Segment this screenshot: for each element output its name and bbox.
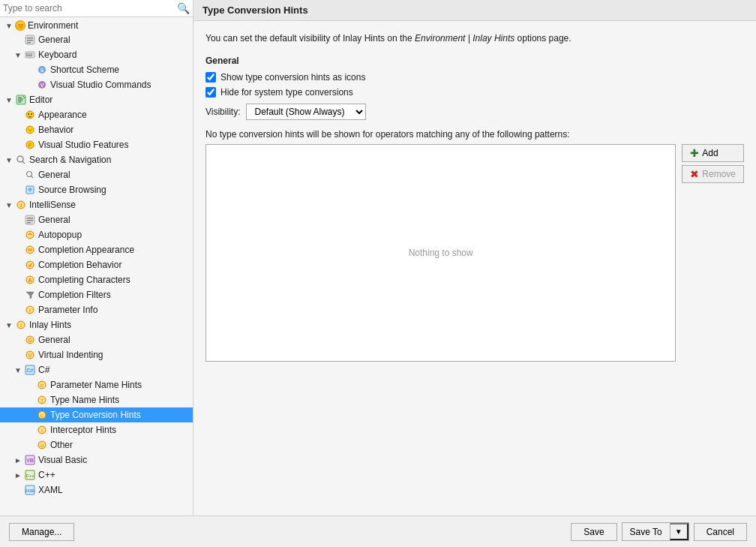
- sidebar-item-visual-basic[interactable]: ► VB Visual Basic: [0, 452, 193, 467]
- patterns-buttons: ✚ Add ✖ Remove: [682, 144, 744, 362]
- completion-behavior-icon: [24, 259, 36, 271]
- sidebar-item-csharp[interactable]: ▼ C# C#: [0, 362, 193, 377]
- sidebar-item-general-intellisense[interactable]: General: [0, 212, 193, 227]
- svg-rect-7: [31, 53, 32, 55]
- save-to-button[interactable]: Save To ▼: [622, 522, 689, 541]
- search-icon: 🔍: [177, 2, 190, 14]
- toggle-icon: ▼: [3, 96, 15, 104]
- sidebar-item-label: Completing Characters: [38, 275, 130, 285]
- completion-filters-icon: [24, 289, 36, 301]
- sidebar-item-label: Appearance: [38, 110, 87, 120]
- sidebar-item-label: Parameter Name Hints: [50, 380, 142, 390]
- sidebar-item-completing-characters[interactable]: A Completing Characters: [0, 272, 193, 287]
- svg-text:C: C: [40, 413, 44, 418]
- svg-rect-2: [27, 40, 33, 41]
- sidebar-item-label: Completion Appearance: [38, 245, 134, 255]
- sidebar-item-shortcut-scheme[interactable]: S Shortcut Scheme: [0, 62, 193, 77]
- add-button[interactable]: ✚ Add: [682, 144, 744, 162]
- sidebar-item-label: Type Conversion Hints: [50, 410, 141, 420]
- sidebar-item-label: Keyboard: [38, 50, 76, 60]
- add-label: Add: [702, 148, 718, 158]
- checkbox-show-icons[interactable]: [206, 72, 216, 83]
- sidebar-item-general-inlay[interactable]: G General: [0, 332, 193, 347]
- sidebar-item-search-nav[interactable]: ▼ Search & Navigation: [0, 152, 193, 167]
- interceptor-hints-icon: I: [36, 424, 48, 436]
- save-to-dropdown-arrow[interactable]: ▼: [670, 523, 688, 540]
- sidebar-item-source-browsing[interactable]: Source Browsing: [0, 182, 193, 197]
- sidebar-item-interceptor-hints[interactable]: I Interceptor Hints: [0, 422, 193, 437]
- sidebar-item-intellisense[interactable]: ▼ i IntelliSense: [0, 197, 193, 212]
- sidebar-item-other[interactable]: O Other: [0, 437, 193, 452]
- autopopup-icon: [24, 229, 36, 241]
- search-nav-icon: [15, 154, 27, 166]
- sidebar-item-keyboard[interactable]: ▼ Keyboard: [0, 47, 193, 62]
- toggle-icon: ▼: [3, 201, 15, 209]
- sidebar-item-label: Visual Studio Features: [38, 140, 129, 150]
- svg-text:C++: C++: [26, 473, 34, 478]
- desc-link[interactable]: Environment | Inlay Hints: [415, 33, 514, 44]
- sidebar-item-completion-appearance[interactable]: Completion Appearance: [0, 242, 193, 257]
- sidebar-item-appearance[interactable]: Appearance: [0, 107, 193, 122]
- svg-text:P: P: [40, 383, 44, 388]
- vs-features-icon: F: [24, 139, 36, 151]
- checkbox-label-2: Hide for system type conversions: [220, 87, 353, 98]
- inlay-general-icon: G: [24, 334, 36, 346]
- tree: ▼ 🌞 Environment General ▼ Keyboard S: [0, 17, 193, 515]
- sidebar-item-type-conversion-hints[interactable]: C Type Conversion Hints: [0, 407, 193, 422]
- svg-rect-34: [28, 248, 32, 251]
- sidebar-item-completion-filters[interactable]: Completion Filters: [0, 287, 193, 302]
- svg-text:V: V: [28, 353, 32, 358]
- sidebar-item-parameter-info[interactable]: i Parameter Info: [0, 302, 193, 317]
- sidebar-item-editor[interactable]: ▼ Editor: [0, 92, 193, 107]
- svg-line-22: [22, 161, 25, 164]
- toggle-icon: ▼: [12, 366, 24, 374]
- sidebar-item-cpp[interactable]: ► C++ C++: [0, 467, 193, 482]
- remove-button[interactable]: ✖ Remove: [682, 165, 744, 183]
- sidebar-item-label: Completion Behavior: [38, 260, 122, 270]
- sidebar-item-label: Visual Basic: [38, 455, 87, 465]
- description-text: You can set the default visibility of In…: [206, 32, 744, 45]
- manage-button[interactable]: Manage...: [9, 523, 74, 541]
- sidebar-item-label: Inlay Hints: [29, 320, 71, 330]
- csharp-icon: C#: [24, 364, 36, 376]
- save-to-main[interactable]: Save To: [622, 524, 670, 540]
- svg-rect-6: [28, 53, 30, 55]
- sidebar-item-inlay-hints[interactable]: ▼ I Inlay Hints: [0, 317, 193, 332]
- sidebar-item-vs-commands[interactable]: V Visual Studio Commands: [0, 77, 193, 92]
- vs-commands-icon: V: [36, 79, 48, 91]
- general-section-header: General: [206, 56, 744, 66]
- sidebar-item-label: IntelliSense: [29, 200, 76, 210]
- sidebar-item-label: Visual Studio Commands: [50, 80, 152, 90]
- sidebar-item-xaml[interactable]: XAML XAML: [0, 482, 193, 497]
- sidebar-item-label: Search & Navigation: [29, 155, 111, 165]
- sidebar-item-param-name-hints[interactable]: P Parameter Name Hints: [0, 377, 193, 392]
- cancel-button[interactable]: Cancel: [694, 523, 747, 541]
- sidebar-item-environment[interactable]: ▼ 🌞 Environment: [0, 19, 193, 32]
- patterns-description: No type conversion hints will be shown f…: [206, 129, 744, 140]
- sidebar-item-general-env[interactable]: General: [0, 32, 193, 47]
- svg-text:i: i: [29, 307, 31, 314]
- save-button[interactable]: Save: [571, 523, 616, 541]
- sidebar-item-general-search[interactable]: General: [0, 167, 193, 182]
- sidebar-item-virtual-indenting[interactable]: V Virtual Indenting: [0, 347, 193, 362]
- visibility-select[interactable]: Default (Show Always)Show AlwaysNever Sh…: [246, 104, 366, 120]
- param-name-hints-icon: P: [36, 379, 48, 391]
- svg-rect-1: [27, 38, 33, 39]
- options-dialog: 🔍 ▼ 🌞 Environment General ▼ Keyboar: [0, 0, 756, 547]
- sidebar-item-type-name-hints[interactable]: T Type Name Hints: [0, 392, 193, 407]
- search-input[interactable]: [3, 3, 177, 14]
- toggle-icon: ▼: [3, 22, 15, 30]
- sidebar-item-completion-behavior[interactable]: Completion Behavior: [0, 257, 193, 272]
- sidebar-item-autopopup[interactable]: Autopopup: [0, 227, 193, 242]
- toggle-icon: ▼: [12, 51, 24, 59]
- svg-text:i: i: [20, 202, 22, 209]
- xaml-icon: XAML: [24, 484, 36, 496]
- sidebar-item-label: C#: [38, 365, 50, 375]
- checkbox-hide-system[interactable]: [206, 87, 216, 98]
- bottom-bar: Manage... Save Save To ▼ Cancel: [0, 515, 756, 547]
- patterns-area: Nothing to show ✚ Add ✖ Remove: [206, 144, 744, 362]
- sidebar-item-vs-features[interactable]: F Visual Studio Features: [0, 137, 193, 152]
- sidebar-item-behavior[interactable]: Behavior: [0, 122, 193, 137]
- source-browsing-icon: [24, 184, 36, 196]
- svg-point-18: [26, 126, 34, 134]
